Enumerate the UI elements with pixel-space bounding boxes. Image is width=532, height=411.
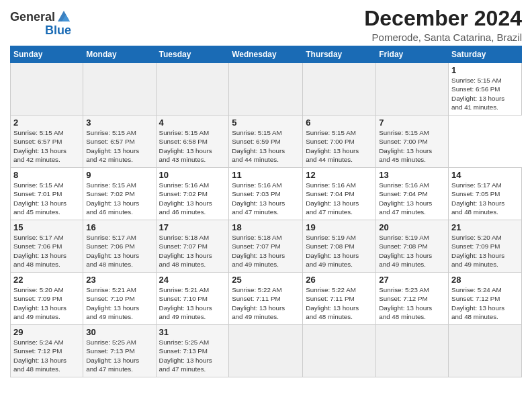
calendar-header-cell: Friday [376,46,449,63]
day-number: 21 [451,222,519,232]
day-number: 20 [379,222,445,232]
day-number: 14 [451,170,519,180]
calendar-week-row: 22Sunrise: 5:20 AMSunset: 7:09 PMDayligh… [11,273,522,325]
logo: General Blue [10,9,71,36]
calendar-header-cell: Saturday [449,46,522,63]
day-number: 29 [13,327,80,337]
day-number: 1 [451,65,519,75]
empty-day-cell [156,63,229,116]
day-number: 23 [86,275,152,285]
day-cell: 30Sunrise: 5:25 AMSunset: 7:13 PMDayligh… [83,325,156,377]
empty-day-cell [376,63,449,116]
day-info: Sunrise: 5:15 AMSunset: 7:00 PMDaylight:… [379,129,432,163]
day-number: 3 [86,118,152,128]
day-info: Sunrise: 5:25 AMSunset: 7:13 PMDaylight:… [159,338,212,373]
main-title: December 2024 [364,7,522,30]
day-number: 22 [13,275,80,285]
day-number: 2 [13,118,80,128]
day-info: Sunrise: 5:16 AMSunset: 7:04 PMDaylight:… [379,181,432,216]
day-cell: 23Sunrise: 5:21 AMSunset: 7:10 PMDayligh… [83,273,156,325]
day-info: Sunrise: 5:15 AMSunset: 6:57 PMDaylight:… [13,129,66,163]
day-cell: 8Sunrise: 5:15 AMSunset: 7:01 PMDaylight… [11,168,83,220]
day-cell: 26Sunrise: 5:22 AMSunset: 7:11 PMDayligh… [303,273,376,325]
day-cell: 13Sunrise: 5:16 AMSunset: 7:04 PMDayligh… [376,168,449,220]
page-container: General Blue December 2024 Pomerode, San… [0,0,532,411]
logo-general: General [10,11,55,23]
day-number: 9 [86,170,152,180]
day-cell: 27Sunrise: 5:23 AMSunset: 7:12 PMDayligh… [376,273,449,325]
day-cell: 20Sunrise: 5:19 AMSunset: 7:08 PMDayligh… [376,220,449,273]
day-info: Sunrise: 5:21 AMSunset: 7:10 PMDaylight:… [159,286,212,320]
day-info: Sunrise: 5:15 AMSunset: 6:56 PMDaylight:… [451,77,504,111]
day-info: Sunrise: 5:17 AMSunset: 7:05 PMDaylight:… [451,181,504,216]
empty-day-cell [229,63,303,116]
calendar-week-row: 8Sunrise: 5:15 AMSunset: 7:01 PMDaylight… [11,168,522,220]
header-row: SundayMondayTuesdayWednesdayThursdayFrid… [11,46,522,63]
title-block: December 2024 Pomerode, Santa Catarina, … [364,7,522,43]
day-number: 10 [159,170,226,180]
day-number: 16 [86,222,152,232]
day-cell: 1Sunrise: 5:15 AMSunset: 6:56 PMDaylight… [449,63,522,116]
calendar-week-row: 29Sunrise: 5:24 AMSunset: 7:12 PMDayligh… [11,325,522,377]
day-number: 24 [159,275,226,285]
day-info: Sunrise: 5:15 AMSunset: 6:57 PMDaylight:… [86,129,139,163]
calendar-header-cell: Monday [83,46,156,63]
empty-day-cell [83,63,156,116]
empty-day-cell [376,325,449,377]
day-cell: 21Sunrise: 5:20 AMSunset: 7:09 PMDayligh… [449,220,522,273]
day-number: 4 [159,118,226,128]
day-number: 18 [232,222,300,232]
day-info: Sunrise: 5:24 AMSunset: 7:12 PMDaylight:… [451,286,504,320]
calendar-week-row: 1Sunrise: 5:15 AMSunset: 6:56 PMDaylight… [11,63,522,116]
day-number: 8 [13,170,80,180]
day-info: Sunrise: 5:19 AMSunset: 7:08 PMDaylight:… [306,234,359,268]
day-number: 19 [306,222,373,232]
calendar-header: SundayMondayTuesdayWednesdayThursdayFrid… [11,46,522,63]
day-cell: 2Sunrise: 5:15 AMSunset: 6:57 PMDaylight… [11,116,83,168]
day-number: 7 [379,118,445,128]
day-cell: 3Sunrise: 5:15 AMSunset: 6:57 PMDaylight… [83,116,156,168]
day-info: Sunrise: 5:22 AMSunset: 7:11 PMDaylight:… [306,286,359,320]
day-info: Sunrise: 5:17 AMSunset: 7:06 PMDaylight:… [13,234,66,268]
day-cell: 22Sunrise: 5:20 AMSunset: 7:09 PMDayligh… [11,273,83,325]
day-info: Sunrise: 5:15 AMSunset: 6:59 PMDaylight:… [232,129,285,163]
day-info: Sunrise: 5:18 AMSunset: 7:07 PMDaylight:… [159,234,212,268]
day-number: 17 [159,222,226,232]
day-info: Sunrise: 5:15 AMSunset: 7:01 PMDaylight:… [13,181,66,216]
day-number: 15 [13,222,80,232]
day-cell: 7Sunrise: 5:15 AMSunset: 7:00 PMDaylight… [376,116,449,168]
day-info: Sunrise: 5:15 AMSunset: 6:58 PMDaylight:… [159,129,212,163]
empty-day-cell [449,325,522,377]
calendar-table: SundayMondayTuesdayWednesdayThursdayFrid… [10,46,522,377]
day-number: 28 [451,275,519,285]
calendar-header-cell: Thursday [303,46,376,63]
day-cell: 10Sunrise: 5:16 AMSunset: 7:02 PMDayligh… [156,168,229,220]
empty-day-cell [303,63,376,116]
day-cell: 15Sunrise: 5:17 AMSunset: 7:06 PMDayligh… [11,220,83,273]
day-info: Sunrise: 5:17 AMSunset: 7:06 PMDaylight:… [86,234,139,268]
day-info: Sunrise: 5:21 AMSunset: 7:10 PMDaylight:… [86,286,139,320]
day-number: 12 [306,170,373,180]
day-info: Sunrise: 5:20 AMSunset: 7:09 PMDaylight:… [451,234,504,268]
day-cell: 9Sunrise: 5:15 AMSunset: 7:02 PMDaylight… [83,168,156,220]
calendar-body: 1Sunrise: 5:15 AMSunset: 6:56 PMDaylight… [11,63,522,377]
day-number: 26 [306,275,373,285]
logo-icon [56,9,71,24]
day-info: Sunrise: 5:25 AMSunset: 7:13 PMDaylight:… [86,338,139,373]
calendar-header-cell: Tuesday [156,46,229,63]
day-number: 5 [232,118,300,128]
day-number: 13 [379,170,445,180]
day-cell: 5Sunrise: 5:15 AMSunset: 6:59 PMDaylight… [229,116,303,168]
day-number: 25 [232,275,300,285]
day-cell: 18Sunrise: 5:18 AMSunset: 7:07 PMDayligh… [229,220,303,273]
day-number: 11 [232,170,300,180]
day-cell: 14Sunrise: 5:17 AMSunset: 7:05 PMDayligh… [449,168,522,220]
subtitle: Pomerode, Santa Catarina, Brazil [364,32,522,43]
day-info: Sunrise: 5:16 AMSunset: 7:03 PMDaylight:… [232,181,285,216]
calendar-week-row: 15Sunrise: 5:17 AMSunset: 7:06 PMDayligh… [11,220,522,273]
day-info: Sunrise: 5:24 AMSunset: 7:12 PMDaylight:… [13,338,66,373]
day-info: Sunrise: 5:15 AMSunset: 7:00 PMDaylight:… [306,129,359,163]
calendar-header-cell: Sunday [11,46,83,63]
day-number: 6 [306,118,373,128]
day-number: 30 [86,327,152,337]
